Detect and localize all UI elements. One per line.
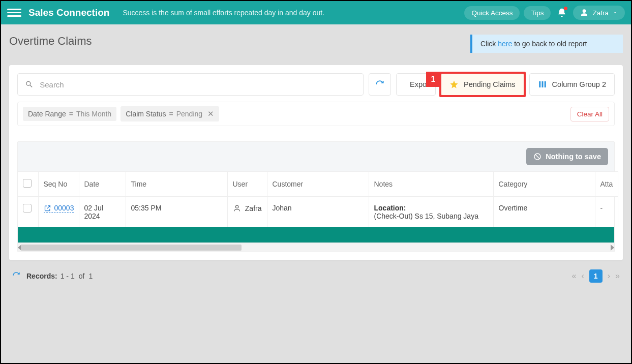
cell-time: 05:35 PM xyxy=(126,197,227,228)
pager-next[interactable]: › xyxy=(608,271,610,281)
brand-name: Sales Connection xyxy=(28,7,109,18)
old-report-notice: Click here to go back to old report xyxy=(470,35,623,53)
clear-all-button[interactable]: Clear All xyxy=(570,107,609,122)
tips-button[interactable]: Tips xyxy=(524,6,551,20)
svg-point-4 xyxy=(235,205,238,208)
col-customer[interactable]: Customer xyxy=(267,172,369,197)
external-link-icon xyxy=(44,204,51,212)
horizontal-scrollbar[interactable] xyxy=(18,242,614,252)
star-icon xyxy=(449,80,459,89)
search-box[interactable] xyxy=(17,73,364,96)
table-row[interactable]: 00003 02 Jul 2024 05:35 PM Zafra Johan xyxy=(18,197,618,228)
person-icon xyxy=(233,204,241,213)
cell-customer: Johan xyxy=(267,197,369,228)
nothing-to-save-button: Nothing to save xyxy=(526,148,608,165)
quick-access-button[interactable]: Quick Access xyxy=(464,6,520,20)
claims-table: Seq No Date Time User Customer Notes Cat… xyxy=(18,171,618,227)
filter-claim-status[interactable]: Claim Status = Pending ✕ xyxy=(121,106,219,122)
col-seq[interactable]: Seq No xyxy=(38,172,79,197)
columns-icon xyxy=(538,80,547,89)
user-menu[interactable]: Zafra xyxy=(573,6,625,20)
footer-refresh-icon[interactable] xyxy=(12,271,20,281)
col-attachment[interactable]: Atta xyxy=(595,172,618,197)
refresh-icon xyxy=(375,80,384,89)
filters-row: Date Range = This Month Claim Status = P… xyxy=(17,102,615,126)
select-all-checkbox[interactable] xyxy=(23,179,32,188)
chevron-down-icon xyxy=(613,10,618,15)
user-name-label: Zafra xyxy=(592,9,609,17)
table-footer-bar xyxy=(18,227,614,242)
cell-category: Overtime xyxy=(493,197,595,228)
hamburger-menu-icon[interactable] xyxy=(7,6,21,20)
column-group-button[interactable]: Column Group 2 xyxy=(529,73,615,96)
col-date[interactable]: Date xyxy=(79,172,126,197)
cell-attachment: - xyxy=(595,197,618,228)
top-bar: Sales Connection Success is the sum of s… xyxy=(1,1,631,24)
pager-prev[interactable]: ‹ xyxy=(581,271,584,281)
prohibit-icon xyxy=(533,153,541,161)
filter-date-range[interactable]: Date Range = This Month xyxy=(23,107,116,121)
old-report-link[interactable]: here xyxy=(498,40,512,48)
annotation-step-badge: 1 xyxy=(426,72,440,87)
scroll-right-icon[interactable] xyxy=(611,245,614,251)
records-total: 1 xyxy=(88,272,93,280)
cell-user: Zafra xyxy=(245,204,262,213)
search-icon xyxy=(25,80,34,89)
records-range: 1 - 1 xyxy=(61,272,75,280)
page-title: Overtime Claims xyxy=(9,35,92,48)
svg-rect-2 xyxy=(544,81,546,87)
col-notes[interactable]: Notes xyxy=(369,172,493,197)
pending-claims-button[interactable]: Pending Claims 1 xyxy=(441,73,524,96)
col-user[interactable]: User xyxy=(227,172,267,197)
pager-first[interactable]: « xyxy=(572,271,577,281)
col-category[interactable]: Category xyxy=(493,172,595,197)
search-input[interactable] xyxy=(40,80,356,89)
records-label: Records: xyxy=(26,272,57,280)
pager-current[interactable]: 1 xyxy=(589,269,603,283)
svg-rect-0 xyxy=(539,81,540,87)
seq-link[interactable]: 00003 xyxy=(44,204,74,213)
cell-date: 02 Jul 2024 xyxy=(79,197,126,228)
cell-notes: Location: (Check-Out) Ss 15, Subang Jaya xyxy=(369,197,493,228)
tagline: Success is the sum of small efforts repe… xyxy=(123,9,464,17)
refresh-button[interactable] xyxy=(369,73,391,96)
close-icon[interactable]: ✕ xyxy=(207,109,214,118)
pager-last[interactable]: » xyxy=(615,271,620,281)
svg-rect-1 xyxy=(541,81,543,87)
row-checkbox[interactable] xyxy=(23,204,32,213)
scroll-thumb[interactable] xyxy=(21,245,242,251)
notifications-icon[interactable] xyxy=(555,6,569,20)
col-time[interactable]: Time xyxy=(126,172,227,197)
